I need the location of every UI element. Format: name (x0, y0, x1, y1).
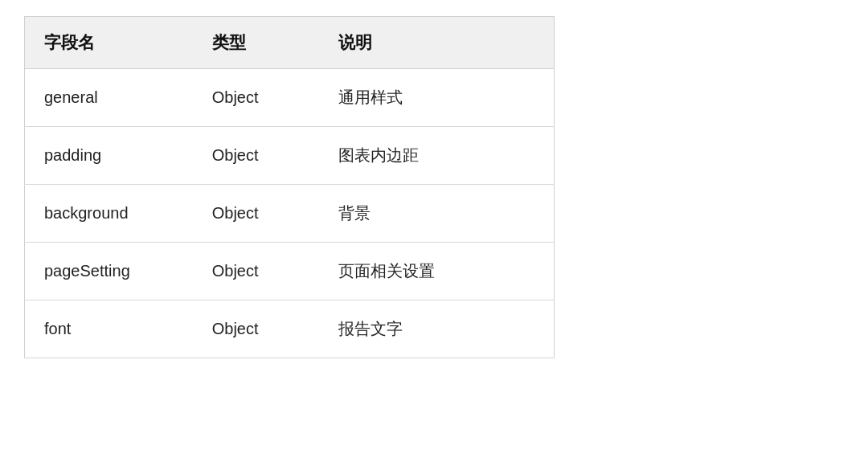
header-field: 字段名 (25, 17, 193, 69)
data-table: 字段名 类型 说明 generalObject通用样式paddingObject… (24, 16, 555, 358)
table-container: 字段名 类型 说明 generalObject通用样式paddingObject… (24, 16, 555, 358)
table-header-row: 字段名 类型 说明 (25, 17, 555, 69)
table-row: paddingObject图表内边距 (25, 127, 555, 185)
table-row: generalObject通用样式 (25, 69, 555, 127)
table-row: backgroundObject背景 (25, 185, 555, 243)
cell-type: Object (193, 69, 319, 127)
cell-description: 图表内边距 (319, 127, 555, 185)
header-description: 说明 (319, 17, 555, 69)
table-row: fontObject报告文字 (25, 300, 555, 358)
header-type: 类型 (193, 17, 319, 69)
table-row: pageSettingObject页面相关设置 (25, 243, 555, 300)
cell-field: general (25, 69, 193, 127)
cell-description: 通用样式 (319, 69, 555, 127)
cell-field: pageSetting (25, 243, 193, 300)
cell-field: background (25, 185, 193, 243)
cell-field: padding (25, 127, 193, 185)
cell-description: 报告文字 (319, 300, 555, 358)
cell-description: 页面相关设置 (319, 243, 555, 300)
cell-type: Object (193, 300, 319, 358)
cell-field: font (25, 300, 193, 358)
cell-type: Object (193, 185, 319, 243)
cell-type: Object (193, 243, 319, 300)
cell-type: Object (193, 127, 319, 185)
cell-description: 背景 (319, 185, 555, 243)
